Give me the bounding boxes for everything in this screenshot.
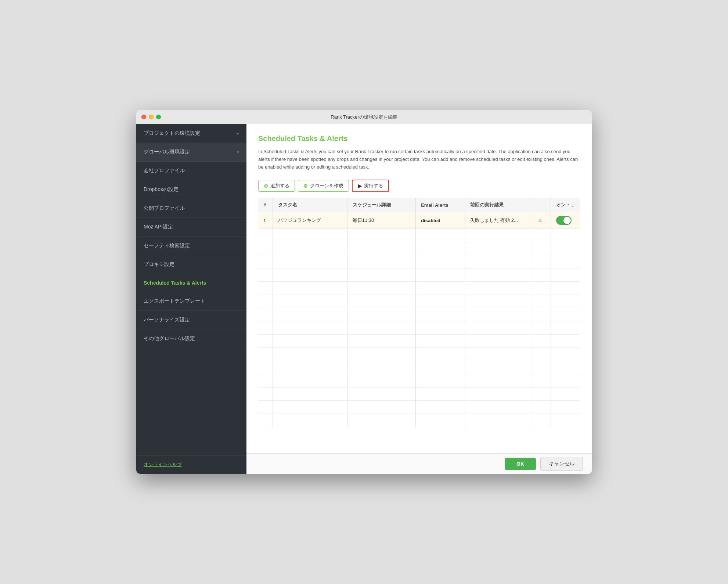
sidebar-item-dropbox-settings[interactable]: Dropboxの設定	[136, 180, 246, 199]
traffic-lights	[141, 115, 161, 119]
actions-menu-icon[interactable]: ≡	[538, 217, 542, 223]
col-header-onoff: オン・...	[551, 198, 580, 212]
sidebar-item-scheduled-tasks[interactable]: Scheduled Tasks & Alerts	[136, 274, 246, 292]
sidebar-item-company-profile[interactable]: 会社プロファイル	[136, 162, 246, 180]
run-label: 実行する	[364, 183, 383, 189]
sidebar-item-moz-api[interactable]: Moz API設定	[136, 218, 246, 237]
sidebar-item-project-settings[interactable]: プロジェクトの環境設定▸	[136, 124, 246, 143]
enable-toggle[interactable]	[556, 216, 572, 225]
toolbar: ⊕ 追加する ⊕ クローンを作成 ▶ 実行する	[258, 180, 580, 192]
col-header-actions	[533, 198, 551, 212]
clone-label: クローンを作成	[310, 183, 343, 189]
sidebar-item-label: Dropboxの設定	[144, 186, 179, 193]
sidebar-item-label: パーソナライズ設定	[144, 317, 190, 323]
table-empty-row	[258, 229, 580, 242]
sidebar-item-export-template[interactable]: エクスポートテンプレート	[136, 292, 246, 311]
sidebar: プロジェクトの環境設定▸グローバル環境設定▾会社プロファイルDropboxの設定…	[136, 124, 246, 474]
titlebar: Rank Trackerの環境設定を編集	[136, 110, 592, 124]
content-area: Scheduled Tasks & Alerts In Scheduled Ta…	[246, 124, 592, 474]
table-empty-row	[258, 321, 580, 335]
sidebar-item-global-settings[interactable]: グローバル環境設定▾	[136, 143, 246, 162]
task-table: # タスク名 スケジュール詳細 Email Alerts 前回の実行結果 オン・…	[258, 198, 580, 427]
row-actions[interactable]: ≡	[533, 212, 551, 229]
sidebar-item-label: Scheduled Tasks & Alerts	[144, 280, 206, 286]
ok-button[interactable]: OK	[505, 458, 536, 470]
sidebar-item-proxy[interactable]: プロキシ設定	[136, 255, 246, 274]
add-button[interactable]: ⊕ 追加する	[258, 180, 295, 192]
table-empty-row	[258, 255, 580, 268]
table-empty-row	[258, 387, 580, 401]
table-empty-row	[258, 242, 580, 255]
online-help-link[interactable]: オンラインヘルプ	[144, 462, 182, 467]
add-label: 追加する	[270, 183, 289, 189]
col-header-name: タスク名	[273, 198, 347, 212]
minimize-button[interactable]	[149, 115, 154, 119]
content-inner: Scheduled Tasks & Alerts In Scheduled Ta…	[246, 124, 592, 453]
table-row: 1 パソジュランキング 毎日11:30 disabled 失敗しました 有効 2…	[258, 212, 580, 229]
sidebar-item-personalize[interactable]: パーソナライズ設定	[136, 311, 246, 329]
row-email-alerts: disabled	[416, 212, 465, 229]
sidebar-item-other-global[interactable]: その他グローバル設定	[136, 329, 246, 348]
row-last-result: 失敗しました 有効 2...	[465, 212, 533, 229]
run-button[interactable]: ▶ 実行する	[352, 180, 389, 192]
table-empty-row	[258, 414, 580, 427]
chevron-icon: ▾	[237, 150, 239, 155]
sidebar-item-label: その他グローバル設定	[144, 335, 195, 342]
table-empty-row	[258, 308, 580, 321]
sidebar-footer: オンラインヘルプ	[136, 455, 246, 474]
row-task-name[interactable]: パソジュランキング	[273, 212, 347, 229]
close-button[interactable]	[141, 115, 146, 119]
main-layout: プロジェクトの環境設定▸グローバル環境設定▾会社プロファイルDropboxの設定…	[136, 124, 592, 474]
page-description: In Scheduled Tasks & Alerts you can set …	[258, 148, 580, 171]
clone-icon: ⊕	[303, 183, 308, 189]
sidebar-item-label: プロジェクトの環境設定	[144, 130, 200, 137]
table-empty-row	[258, 401, 580, 414]
col-header-last: 前回の実行結果	[465, 198, 533, 212]
table-empty-row	[258, 295, 580, 308]
sidebar-item-label: 会社プロファイル	[144, 167, 185, 174]
row-toggle[interactable]	[551, 212, 580, 229]
table-header-row: # タスク名 スケジュール詳細 Email Alerts 前回の実行結果 オン・…	[258, 198, 580, 212]
sidebar-item-public-profile[interactable]: 公開プロファイル	[136, 199, 246, 218]
sidebar-item-label: グローバル環境設定	[144, 149, 190, 155]
table-empty-row	[258, 282, 580, 295]
table-empty-row	[258, 361, 580, 374]
table-empty-row	[258, 348, 580, 361]
table-empty-row	[258, 374, 580, 387]
col-header-num: #	[258, 198, 273, 212]
clone-button[interactable]: ⊕ クローンを作成	[298, 180, 349, 192]
page-title: Scheduled Tasks & Alerts	[258, 134, 580, 143]
sidebar-item-label: 公開プロファイル	[144, 205, 185, 212]
sidebar-item-label: プロキシ設定	[144, 261, 174, 268]
row-num: 1	[258, 212, 273, 229]
col-header-email: Email Alerts	[416, 198, 465, 212]
add-icon: ⊕	[264, 183, 268, 189]
col-header-schedule: スケジュール詳細	[347, 198, 415, 212]
window-title: Rank Trackerの環境設定を編集	[331, 114, 397, 120]
content-footer: OK キャンセル	[246, 453, 592, 474]
sidebar-item-label: エクスポートテンプレート	[144, 298, 205, 304]
sidebar-item-label: Moz API設定	[144, 224, 173, 230]
main-window: Rank Trackerの環境設定を編集 プロジェクトの環境設定▸グローバル環境…	[136, 110, 592, 474]
table-empty-row	[258, 335, 580, 348]
sidebar-nav: プロジェクトの環境設定▸グローバル環境設定▾会社プロファイルDropboxの設定…	[136, 124, 246, 455]
table-empty-row	[258, 268, 580, 282]
row-schedule: 毎日11:30	[347, 212, 415, 229]
run-icon: ▶	[358, 183, 362, 189]
maximize-button[interactable]	[156, 115, 161, 119]
cancel-button[interactable]: キャンセル	[540, 457, 583, 471]
sidebar-item-label: セーフティ検索設定	[144, 242, 190, 249]
sidebar-item-safety-search[interactable]: セーフティ検索設定	[136, 237, 246, 255]
chevron-icon: ▸	[237, 131, 239, 136]
